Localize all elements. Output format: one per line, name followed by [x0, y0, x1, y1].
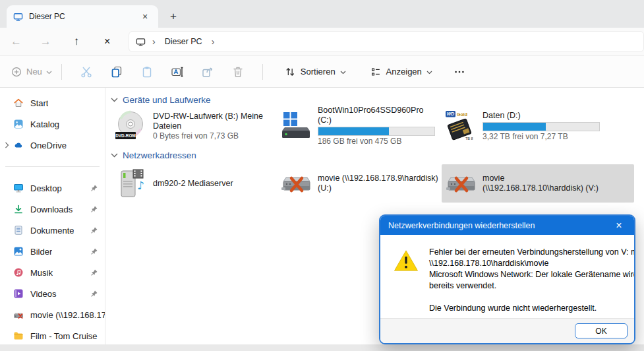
capacity-bar: [318, 127, 435, 136]
restore-network-connections-dialog: Netzwerkverbindungen wiederherstellen × …: [379, 214, 635, 344]
dialog-message: Fehler bei der erneuten Verbindungsherst…: [429, 247, 635, 319]
pin-icon: [90, 226, 98, 234]
sidebar-item-start[interactable]: Start: [0, 92, 105, 113]
sort-menu-button[interactable]: Sortieren: [279, 62, 351, 82]
sidebar-item-film-tom-cruise[interactable]: Film - Tom Cruise: [0, 325, 105, 344]
desktop-icon: [13, 183, 25, 193]
dialog-message-line: [429, 292, 635, 303]
explorer-window: Dieser PC × + ← → ↑ × › Dieser PC › Neu: [0, 0, 644, 351]
view-label: Anzeigen: [386, 67, 422, 77]
dvd-drive-icon: DVD-ROM: [115, 110, 147, 142]
sidebar-item-desktop[interactable]: Desktop: [0, 177, 105, 199]
network-item-name: movie (\\192.168.178.10\harddisk) (V:): [483, 174, 606, 193]
onedrive-cloud-icon: [13, 140, 25, 150]
downloads-icon: [13, 204, 25, 214]
music-icon: [13, 267, 25, 278]
command-toolbar: Neu Sortieren: [0, 55, 644, 88]
up-button[interactable]: ↑: [66, 31, 88, 52]
network-tile-u[interactable]: movie (\\192.168.178.9\harddisk) (U:): [277, 164, 442, 203]
collapse-chevron-icon: [111, 98, 118, 102]
tab-close-icon[interactable]: ×: [138, 10, 152, 23]
trash-icon: [231, 65, 245, 79]
drive-tile-c[interactable]: BootWin10Pro64SSD960Pro (C:) 186 GB frei…: [277, 107, 442, 145]
breadcrumb-chevron-icon[interactable]: ›: [208, 36, 219, 47]
back-button[interactable]: ←: [5, 31, 27, 52]
tab-dieser-pc[interactable]: Dieser PC ×: [7, 5, 158, 28]
sidebar-item-dokumente[interactable]: Dokumente: [0, 220, 105, 241]
drive-name: BootWin10Pro64SSD960Pro (C:): [318, 106, 438, 125]
breadcrumb-chevron-icon: ›: [148, 36, 160, 47]
this-pc-tab-icon: [13, 12, 23, 22]
sidebar-divider: [0, 156, 105, 177]
dialog-message-line: Die Verbindung wurde nicht wiederhergest…: [429, 303, 635, 314]
sidebar-item-katalog[interactable]: Katalog: [0, 113, 105, 135]
chevron-down-icon: [426, 71, 432, 75]
expand-chevron-icon[interactable]: [0, 142, 13, 148]
rename-button[interactable]: [166, 61, 189, 83]
svg-text:WD: WD: [447, 112, 454, 116]
svg-text:Gold: Gold: [457, 112, 467, 117]
media-server-icon: ♪: [115, 168, 147, 199]
disconnected-network-drive-icon: [13, 309, 25, 320]
new-tab-button[interactable]: +: [163, 7, 183, 26]
sidebar-item-movie-network[interactable]: movie (\\192.168.17: [0, 304, 105, 325]
sidebar-item-onedrive[interactable]: OneDrive: [0, 135, 105, 156]
drive-tile-dvd[interactable]: DVD-ROM DVD-RW-Laufwerk (B:) Meine Datei…: [112, 107, 277, 145]
home-icon: [13, 98, 25, 108]
videos-icon: [13, 288, 25, 299]
breadcrumb-dieser-pc[interactable]: Dieser PC: [162, 36, 205, 48]
sort-arrows-icon: [284, 66, 296, 78]
section-title: Geräte und Laufwerke: [123, 95, 211, 105]
address-bar[interactable]: › Dieser PC ›: [129, 31, 644, 52]
sidebar-item-videos[interactable]: Videos: [0, 283, 105, 304]
section-header-devices[interactable]: Geräte und Laufwerke: [111, 95, 211, 105]
network-item-name: dm920-2 Mediaserver: [153, 179, 233, 189]
documents-icon: [13, 225, 25, 236]
forward-button[interactable]: →: [35, 31, 57, 52]
network-item-name: movie (\\192.168.178.9\harddisk) (U:): [318, 174, 438, 193]
gallery-icon: [13, 119, 25, 129]
section-title: Netzwerkadressen: [123, 150, 196, 160]
dialog-message-line: Microsoft Windows Network: Der lokale Ge…: [429, 269, 635, 280]
delete-button[interactable]: [227, 61, 249, 83]
stop-refresh-button[interactable]: ×: [96, 31, 118, 52]
pin-icon: [90, 247, 98, 255]
dialog-close-icon[interactable]: ×: [612, 220, 626, 232]
network-tile-mediaserver[interactable]: ♪ dm920-2 Mediaserver: [112, 164, 277, 203]
chevron-down-icon: [340, 71, 346, 75]
tab-bar: Dieser PC × +: [0, 0, 644, 28]
svg-text:♪: ♪: [137, 179, 144, 192]
pictures-icon: [13, 246, 25, 257]
new-button[interactable]: Neu: [11, 66, 52, 78]
cut-button[interactable]: [75, 61, 98, 83]
dialog-title-bar: Netzwerkverbindungen wiederherstellen ×: [380, 216, 634, 235]
copy-button[interactable]: [105, 61, 128, 83]
drive-detail: 0 Bytes frei von 7,73 GB: [153, 131, 274, 141]
pin-icon: [90, 205, 98, 213]
sidebar-item-musik[interactable]: Musik: [0, 262, 105, 283]
dialog-title: Netzwerkverbindungen wiederherstellen: [388, 221, 535, 230]
dialog-message-line: Fehler bei der erneuten Verbindungsherst…: [429, 247, 635, 258]
section-header-network[interactable]: Netzwerkadressen: [111, 150, 196, 160]
disconnected-network-drive-icon: [280, 168, 312, 199]
drive-name: DVD-RW-Laufwerk (B:) Meine Dateien: [153, 112, 274, 131]
network-tile-v-selected[interactable]: movie (\\192.168.178.10\harddisk) (V:): [442, 164, 634, 203]
drive-tile-d[interactable]: WDGoldTB 8 Daten (D:) 3,32 TB frei von 7…: [442, 107, 634, 145]
sort-label: Sortieren: [301, 67, 336, 77]
toolbar-divider: [262, 64, 263, 80]
collapse-chevron-icon: [111, 153, 118, 158]
ellipsis-icon: [454, 66, 465, 78]
rename-icon: [171, 65, 184, 79]
view-menu-button[interactable]: Anzeigen: [365, 62, 438, 82]
folder-icon: [13, 331, 25, 341]
ok-button[interactable]: OK: [575, 323, 628, 338]
dialog-message-line: \\192.168.178.10\harddisk\movie: [429, 258, 635, 269]
dialog-message-line: bereits verwendet.: [429, 280, 635, 292]
paste-button[interactable]: [136, 61, 158, 83]
drive-detail: 3,32 TB frei von 7,27 TB: [483, 132, 600, 142]
more-options-button[interactable]: [448, 61, 471, 83]
share-button[interactable]: [196, 61, 219, 83]
sidebar-item-bilder[interactable]: Bilder: [0, 241, 105, 262]
sidebar-item-downloads[interactable]: Downloads: [0, 199, 105, 220]
dialog-footer: OK: [380, 318, 634, 343]
